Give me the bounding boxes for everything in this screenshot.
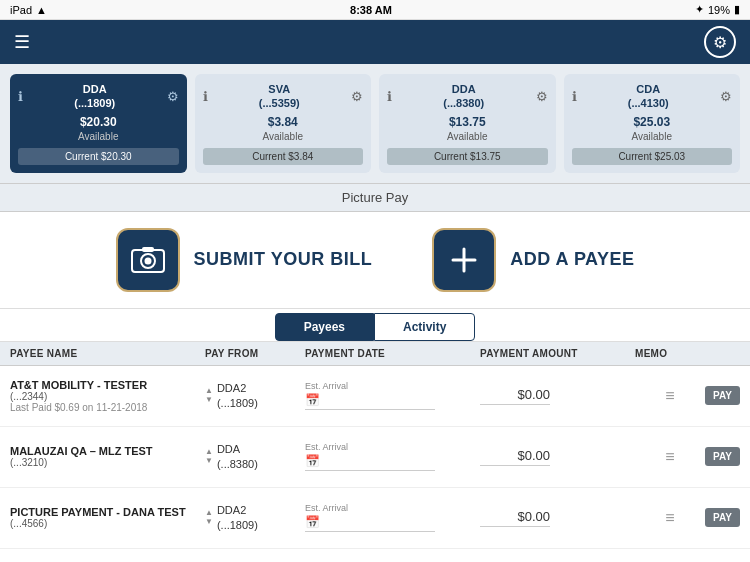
payee-row-2: PICTURE PAYMENT - DANA TEST (...4566) ▲ … bbox=[0, 488, 750, 548]
pay-from-text: DDA2(...1809) bbox=[217, 381, 258, 410]
payees-table: PAYEE NAME PAY FROM PAYMENT DATE PAYMENT… bbox=[0, 342, 750, 562]
carrier-label: iPad bbox=[10, 4, 32, 16]
nav-bar: ☰ ⚙ bbox=[0, 20, 750, 64]
memo-icon[interactable]: ≡ bbox=[665, 387, 674, 405]
account-available: Available bbox=[18, 131, 179, 142]
account-current-bar: Current $3.84 bbox=[203, 148, 364, 165]
svg-rect-3 bbox=[142, 247, 154, 252]
more-icon[interactable]: ⋮ bbox=[744, 510, 750, 526]
pay-button[interactable]: PAY bbox=[705, 508, 740, 527]
status-left: iPad ▲ bbox=[10, 4, 47, 16]
payee-row-3: PICTURE PAYMENT - DANA TEST 2 (...3333) … bbox=[0, 549, 750, 562]
stepper-up[interactable]: ▲ bbox=[205, 509, 213, 517]
stepper-up[interactable]: ▲ bbox=[205, 448, 213, 456]
tab-activity[interactable]: Activity bbox=[374, 313, 475, 341]
amount-value[interactable]: $0.00 bbox=[480, 448, 550, 466]
payee-name-cell: AT&T MOBILITY - TESTER (...2344) Last Pa… bbox=[10, 379, 205, 413]
calendar-icon: 📅 bbox=[305, 393, 320, 407]
stepper-down[interactable]: ▼ bbox=[205, 518, 213, 526]
submit-bill-button[interactable]: SUBMIT YOUR BILL bbox=[116, 228, 373, 292]
account-amount: $25.03 bbox=[572, 115, 733, 129]
amount-cell: $0.00 bbox=[480, 509, 635, 527]
add-plus-icon bbox=[446, 242, 482, 278]
account-available: Available bbox=[572, 131, 733, 142]
payees-list: AT&T MOBILITY - TESTER (...2344) Last Pa… bbox=[0, 366, 750, 562]
memo-icon[interactable]: ≡ bbox=[665, 509, 674, 527]
actions-cell: PAY ⋮ bbox=[705, 447, 735, 466]
more-icon[interactable]: ⋮ bbox=[744, 449, 750, 465]
stepper-down[interactable]: ▼ bbox=[205, 396, 213, 404]
est-arrival: Est. Arrival bbox=[305, 381, 480, 391]
amount-cell: $0.00 bbox=[480, 387, 635, 405]
add-payee-label: ADD A PAYEE bbox=[510, 249, 634, 270]
accounts-bar: ℹ DDA(...1809) ⚙ $20.30 Available Curren… bbox=[0, 64, 750, 183]
payee-name-cell: MALAUZAI QA – MLZ TEST (...3210) bbox=[10, 445, 205, 468]
account-card-title: SVA(...5359) bbox=[208, 82, 352, 111]
amount-value[interactable]: $0.00 bbox=[480, 509, 550, 527]
account-available: Available bbox=[203, 131, 364, 142]
amount-value[interactable]: $0.00 bbox=[480, 387, 550, 405]
account-available: Available bbox=[387, 131, 548, 142]
memo-cell: ≡ bbox=[635, 387, 705, 405]
account-card-header: ℹ SVA(...5359) ⚙ bbox=[203, 82, 364, 111]
account-amount: $3.84 bbox=[203, 115, 364, 129]
submit-bill-icon-box bbox=[116, 228, 180, 292]
th-payee-name: PAYEE NAME bbox=[10, 348, 205, 359]
bluetooth-icon: ✦ bbox=[695, 3, 704, 16]
battery-label: 19% bbox=[708, 4, 730, 16]
stepper-down[interactable]: ▼ bbox=[205, 457, 213, 465]
account-card-header: ℹ DDA(...1809) ⚙ bbox=[18, 82, 179, 111]
account-card-dda8380[interactable]: ℹ DDA(...8380) ⚙ $13.75 Available Curren… bbox=[379, 74, 556, 173]
account-card-cda4130[interactable]: ℹ CDA(...4130) ⚙ $25.03 Available Curren… bbox=[564, 74, 741, 173]
account-card-header: ℹ CDA(...4130) ⚙ bbox=[572, 82, 733, 111]
date-input[interactable]: 📅 bbox=[305, 515, 435, 532]
payee-last-paid: Last Paid $0.69 on 11-21-2018 bbox=[10, 402, 205, 413]
date-cell: Est. Arrival 📅 bbox=[305, 503, 480, 532]
account-current-bar: Current $13.75 bbox=[387, 148, 548, 165]
date-input[interactable]: 📅 bbox=[305, 393, 435, 410]
pay-from-cell: ▲ ▼ DDA(...8380) bbox=[205, 442, 305, 471]
account-gear-icon[interactable]: ⚙ bbox=[351, 89, 363, 104]
pay-button[interactable]: PAY bbox=[705, 447, 740, 466]
account-gear-icon[interactable]: ⚙ bbox=[536, 89, 548, 104]
pay-from-stepper[interactable]: ▲ ▼ bbox=[205, 509, 213, 526]
amount-cell: $0.00 bbox=[480, 448, 635, 466]
account-card-title: CDA(...4130) bbox=[577, 82, 721, 111]
account-current-bar: Current $20.30 bbox=[18, 148, 179, 165]
payee-name: MALAUZAI QA – MLZ TEST bbox=[10, 445, 205, 457]
stepper-up[interactable]: ▲ bbox=[205, 387, 213, 395]
account-current-bar: Current $25.03 bbox=[572, 148, 733, 165]
account-card-dda1809[interactable]: ℹ DDA(...1809) ⚙ $20.30 Available Curren… bbox=[10, 74, 187, 173]
pay-from-text: DDA(...8380) bbox=[217, 442, 258, 471]
account-card-header: ℹ DDA(...8380) ⚙ bbox=[387, 82, 548, 111]
add-payee-button[interactable]: ADD A PAYEE bbox=[432, 228, 634, 292]
settings-button[interactable]: ⚙ bbox=[704, 26, 736, 58]
tab-payees[interactable]: Payees bbox=[275, 313, 374, 341]
table-row: PICTURE PAYMENT - DANA TEST 2 (...3333) … bbox=[0, 549, 750, 562]
menu-icon[interactable]: ☰ bbox=[14, 31, 30, 53]
account-gear-icon[interactable]: ⚙ bbox=[167, 89, 179, 104]
svg-point-2 bbox=[144, 257, 151, 264]
payee-acct: (...4566) bbox=[10, 518, 205, 529]
th-payment-date: PAYMENT DATE bbox=[305, 348, 480, 359]
more-icon[interactable]: ⋮ bbox=[744, 388, 750, 404]
submit-bill-label: SUBMIT YOUR BILL bbox=[194, 249, 373, 270]
date-input[interactable]: 📅 bbox=[305, 454, 435, 471]
battery-icon: ▮ bbox=[734, 3, 740, 16]
pay-from-stepper[interactable]: ▲ ▼ bbox=[205, 448, 213, 465]
account-card-sva5359[interactable]: ℹ SVA(...5359) ⚙ $3.84 Available Current… bbox=[195, 74, 372, 173]
memo-icon[interactable]: ≡ bbox=[665, 448, 674, 466]
camera-bill-icon bbox=[130, 242, 166, 278]
table-row: PICTURE PAYMENT - DANA TEST (...4566) ▲ … bbox=[0, 488, 750, 549]
account-card-title: DDA(...8380) bbox=[392, 82, 536, 111]
wifi-icon: ▲ bbox=[36, 4, 47, 16]
payee-name-cell: PICTURE PAYMENT - DANA TEST (...4566) bbox=[10, 506, 205, 529]
pay-button[interactable]: PAY bbox=[705, 386, 740, 405]
status-right: ✦ 19% ▮ bbox=[695, 3, 740, 16]
account-card-title: DDA(...1809) bbox=[23, 82, 167, 111]
pay-from-stepper[interactable]: ▲ ▼ bbox=[205, 387, 213, 404]
memo-cell: ≡ bbox=[635, 448, 705, 466]
est-arrival: Est. Arrival bbox=[305, 503, 480, 513]
account-gear-icon[interactable]: ⚙ bbox=[720, 89, 732, 104]
picture-pay-label: Picture Pay bbox=[0, 183, 750, 212]
